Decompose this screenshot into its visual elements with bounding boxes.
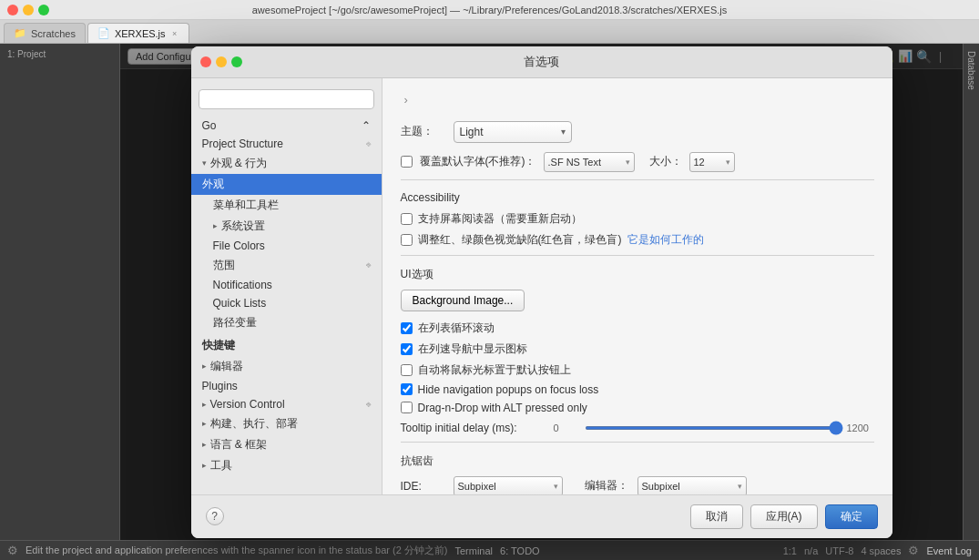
traffic-lights [7,5,49,15]
color-blindness-label: 调整红、绿颜色视觉缺陷(红色盲，绿色盲) [418,232,622,248]
modal-title: 首选项 [524,55,559,68]
ide-dropdown-arrow: ▾ [554,482,558,491]
font-override-row: 覆盖默认字体(不推荐)： .SF NS Text ▾ 大小： 12 ▾ [401,152,874,172]
ok-button[interactable]: 确定 [825,504,878,529]
go-disclosure-icon: ⌃ [362,119,371,132]
show-icons-checkbox[interactable] [401,343,413,355]
modal-maximize-button[interactable] [231,56,242,67]
modal-body: Go ⌃ Project Structure ⎆ ▾ 外观 & 行为 [191,78,892,494]
close-button[interactable] [7,5,18,15]
sidebar-item-version-control[interactable]: ▸ Version Control ⎆ [191,395,382,413]
xerxes-icon: 📄 [97,27,110,39]
tab-bar: 📁 Scratches 📄 XERXES.js × [0,20,979,44]
modal-close-button[interactable] [200,56,211,67]
apply-button[interactable]: 应用(A) [750,504,818,529]
size-select[interactable]: 12 ▾ [689,152,735,172]
font-dropdown-arrow: ▾ [626,158,630,167]
color-blindness-checkbox[interactable] [401,234,413,246]
ide-antialiasing-select[interactable]: Subpixel ▾ [454,476,563,494]
font-override-label: 覆盖默认字体(不推荐)： [420,154,536,169]
theme-select[interactable]: Light ▾ [454,121,572,143]
database-tab[interactable]: Database [964,44,979,97]
cycle-scrolling-checkbox[interactable] [401,322,413,334]
sidebar-item-appearance[interactable]: 外观 [191,174,382,195]
tooltip-slider-row: Tooltip initial delay (ms): 0 1200 [401,422,874,434]
sidebar-item-quick-lists[interactable]: Quick Lists [191,294,382,312]
sidebar-item-path-variables[interactable]: 路径变量 [191,312,382,333]
tab-close-icon[interactable]: × [170,29,179,38]
sidebar-item-build-exec[interactable]: ▸ 构建、执行、部署 [191,413,382,434]
window-title: awesomeProject [~/go/src/awesomeProject]… [252,5,728,15]
sidebar-item-go[interactable]: Go ⌃ [191,117,382,135]
tooltip-max-val: 1200 [847,423,874,433]
status-bar-right: 1:1 n/a UTF-8 4 spaces ⚙ Event Log [783,544,972,557]
background-image-button[interactable]: Background Image... [401,290,525,311]
sidebar-item-appearance-behavior[interactable]: ▾ 外观 & 行为 [191,153,382,174]
cursor-position[interactable]: 1:1 [783,545,797,556]
expand-arrow-icon: ▾ [202,158,207,168]
sidebar-item-tools[interactable]: ▸ 工具 [191,455,382,476]
project-label: 1: Project [0,44,119,65]
mouse-default-checkbox[interactable] [401,364,413,376]
lang-arrow: ▸ [202,440,207,449]
cancel-button[interactable]: 取消 [690,504,743,529]
hide-nav-checkbox[interactable] [401,383,413,395]
sidebar-item-menus-toolbars[interactable]: 菜单和工具栏 [191,195,382,216]
preferences-modal: 首选项 Go ⌃ Project Structure ⎆ [191,46,892,538]
color-blindness-link[interactable]: 它是如何工作的 [627,232,704,248]
sidebar-item-notifications[interactable]: Notifications [191,276,382,294]
editor-aa-label: 编辑器： [585,478,630,494]
show-icons-label: 在列速导航中显示图标 [418,341,527,357]
encoding-label[interactable]: UTF-8 [825,545,853,556]
size-label: 大小： [649,154,682,169]
vc-arrow: ▸ [202,400,207,409]
tooltip-label: Tooltip initial delay (ms): [401,422,546,434]
tab-xerxes[interactable]: 📄 XERXES.js × [87,23,189,43]
sidebar-item-plugins[interactable]: Plugins [191,377,382,395]
settings-icon[interactable]: ⚙ [908,544,919,557]
right-panel: Database [963,44,979,540]
editor-antialiasing-select[interactable]: Subpixel ▾ [637,476,747,494]
terminal-label[interactable]: Terminal [454,545,493,556]
help-button[interactable]: ? [206,507,224,525]
drag-drop-label: Drag-n-Drop with ALT pressed only [418,402,587,414]
sidebar-item-label: Go [202,119,217,132]
drag-drop-checkbox[interactable] [401,402,413,413]
sidebar-item-scopes[interactable]: 范围 ⎆ [191,255,382,276]
sidebar-item-file-colors[interactable]: File Colors [191,237,382,255]
modal-minimize-button[interactable] [216,56,227,67]
sidebar-item-system-settings[interactable]: ▸ 系统设置 [191,216,382,237]
sidebar-item-editor[interactable]: ▸ 编辑器 [191,356,382,377]
font-select[interactable]: .SF NS Text ▾ [544,152,635,172]
workspace: 1: Project Add Configuration... ▶ ⚙ 🐛 📊 … [0,44,979,540]
status-message: Edit the project and application prefere… [25,544,447,557]
todo-label[interactable]: 6: TODO [500,545,540,556]
sidebar-item-project-structure[interactable]: Project Structure ⎆ [191,135,382,153]
font-override-checkbox[interactable] [401,156,413,168]
mouse-default-row: 自动将鼠标光标置于默认按钮上 [401,362,874,378]
event-log-label[interactable]: Event Log [926,545,972,556]
screen-reader-row: 支持屏幕阅读器（需要重新启动） [401,211,874,227]
breadcrumb-separator: › [404,93,408,107]
minimize-button[interactable] [23,5,34,15]
status-bar-left: ⚙ Edit the project and application prefe… [7,544,772,557]
modal-footer: ? 取消 应用(A) 确定 [191,494,892,538]
cycle-scrolling-row: 在列表循环滚动 [401,321,874,336]
editor-arrow: ▸ [202,361,207,371]
tools-arrow: ▸ [202,461,207,470]
tooltip-slider-container: 0 1200 [554,423,874,433]
maximize-button[interactable] [38,5,49,15]
hide-nav-label: Hide navigation popups on focus loss [418,383,599,396]
sidebar-item-languages[interactable]: ▸ 语言 & 框架 [191,434,382,455]
sidebar-search-input[interactable] [199,89,374,109]
drag-drop-row: Drag-n-Drop with ALT pressed only [401,402,874,414]
indent-label[interactable]: 4 spaces [861,545,901,556]
tooltip-slider[interactable] [585,426,843,430]
color-blindness-row: 调整红、绿颜色视觉缺陷(红色盲，绿色盲) 它是如何工作的 [401,232,874,248]
sidebar-item-keymap[interactable]: 快捷键 [191,335,382,356]
hide-nav-row: Hide navigation popups on focus loss [401,383,874,396]
tab-scratches[interactable]: 📁 Scratches [4,23,86,43]
screen-reader-checkbox[interactable] [401,213,413,225]
accessibility-title: Accessibility [401,191,874,204]
modal-overlay: 首选项 Go ⌃ Project Structure ⎆ [120,44,963,540]
